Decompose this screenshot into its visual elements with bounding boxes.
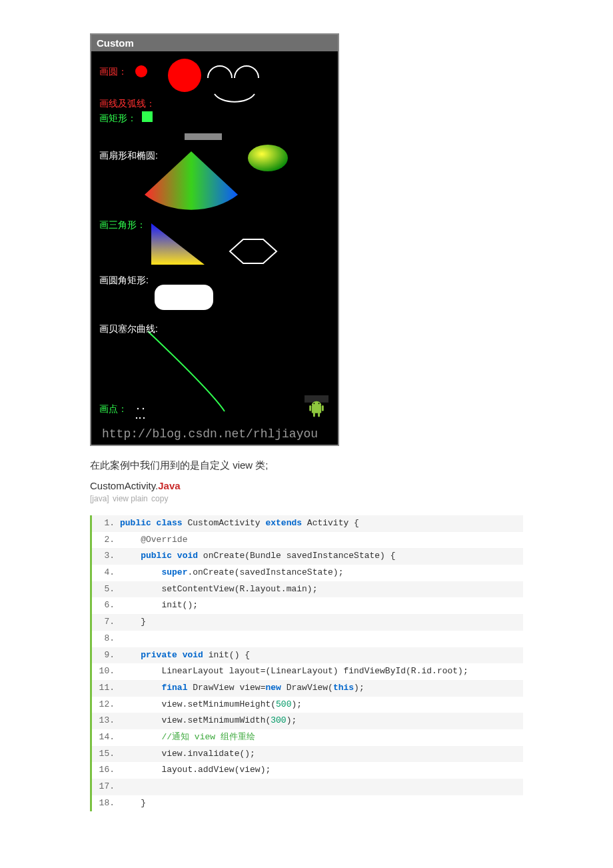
svg-point-19 — [314, 403, 315, 404]
svg-point-9 — [143, 408, 144, 409]
code-content: //通知 view 组件重绘 — [120, 729, 523, 746]
code-line: 4. super.onCreate(savedInstanceState); — [92, 565, 523, 581]
line-number: 3. — [92, 548, 120, 565]
svg-point-10 — [136, 417, 137, 419]
code-content — [120, 779, 523, 795]
code-line: 7. } — [92, 614, 523, 631]
code-line: 15. view.invalidate(); — [92, 746, 523, 763]
code-line: 3. public void onCreate(Bundle savedInst… — [92, 548, 523, 565]
label-line-arc: 画线及弧线： — [99, 98, 155, 110]
label-circle: 画圆： — [99, 66, 127, 78]
svg-point-0 — [135, 65, 147, 77]
code-content: view.setMinimumWidth(300); — [120, 713, 523, 729]
svg-point-8 — [137, 408, 139, 409]
code-content: } — [120, 614, 523, 631]
line-number: 7. — [92, 614, 120, 631]
code-line: 8. — [92, 631, 523, 647]
canvas-area: 画圆： 画线及弧线： 画矩形： 画扇形和椭圆: 画三角形： 画圆角矩形: 画贝塞… — [91, 51, 338, 445]
code-line: 2. @Override — [92, 532, 523, 549]
drawing-svg — [91, 51, 338, 445]
label-triangle: 画三角形： — [99, 219, 146, 231]
svg-point-4 — [248, 145, 288, 171]
svg-rect-7 — [155, 285, 213, 310]
code-content: @Override — [120, 532, 523, 549]
line-number: 18. — [92, 795, 120, 812]
line-number: 16. — [92, 762, 120, 779]
code-content: setContentView(R.layout.main); — [120, 581, 523, 598]
svg-point-1 — [168, 59, 201, 92]
line-number: 1. — [92, 515, 120, 532]
filename-heading: CustomActivity.Java — [90, 480, 523, 491]
watermark-url: http://blog.csdn.net/rhljiayou — [102, 427, 318, 441]
line-number: 5. — [92, 581, 120, 598]
code-content: final DrawView view=new DrawView(this); — [120, 680, 523, 697]
label-rect: 画矩形： — [99, 113, 137, 125]
svg-point-11 — [139, 417, 141, 419]
code-content: public class CustomActivity extends Acti… — [120, 515, 523, 532]
line-number: 9. — [92, 647, 120, 664]
toolbar-lang-tag: [java] — [90, 494, 109, 503]
label-bezier: 画贝塞尔曲线: — [99, 323, 158, 335]
svg-rect-18 — [318, 413, 320, 417]
label-roundrect: 画圆角矩形: — [99, 275, 149, 287]
line-number: 17. — [92, 779, 120, 795]
code-content — [120, 631, 523, 647]
code-line: 16. layout.addView(view); — [92, 762, 523, 779]
line-number: 14. — [92, 729, 120, 746]
svg-marker-6 — [230, 239, 277, 263]
line-number: 15. — [92, 746, 120, 763]
code-content: layout.addView(view); — [120, 762, 523, 779]
line-number: 10. — [92, 663, 120, 680]
window-titlebar: Custom — [91, 35, 338, 51]
code-content: init(); — [120, 597, 523, 614]
code-block: 1.public class CustomActivity extends Ac… — [90, 515, 523, 811]
label-point: 画点： — [99, 403, 127, 415]
line-number: 13. — [92, 713, 120, 729]
line-number: 12. — [92, 697, 120, 713]
line-number: 6. — [92, 597, 120, 614]
code-line: 18. } — [92, 795, 523, 812]
toolbar-view-link[interactable]: view plain — [113, 494, 148, 503]
code-line: 10. LinearLayout layout=(LinearLayout) f… — [92, 663, 523, 680]
svg-rect-17 — [313, 413, 315, 417]
android-icon — [305, 395, 328, 419]
code-content: } — [120, 795, 523, 812]
code-line: 9. private void init() { — [92, 647, 523, 664]
svg-rect-14 — [312, 405, 321, 413]
code-content: public void onCreate(Bundle savedInstanc… — [120, 548, 523, 565]
line-number: 2. — [92, 532, 120, 549]
line-number: 11. — [92, 680, 120, 697]
code-line: 13. view.setMinimumWidth(300); — [92, 713, 523, 729]
code-content: view.invalidate(); — [120, 746, 523, 763]
svg-rect-15 — [309, 405, 311, 411]
code-line: 1.public class CustomActivity extends Ac… — [92, 515, 523, 532]
label-fan-oval: 画扇形和椭圆: — [99, 150, 158, 162]
svg-rect-3 — [185, 133, 222, 140]
description-text: 在此案例中我们用到的是自定义 view 类; — [90, 459, 523, 472]
code-content: view.setMinimumHeight(500); — [120, 697, 523, 713]
line-number: 4. — [92, 565, 120, 581]
filename-lang: Java — [158, 480, 180, 491]
code-line: 6. init(); — [92, 597, 523, 614]
code-line: 12. view.setMinimumHeight(500); — [92, 697, 523, 713]
code-line: 5. setContentView(R.layout.main); — [92, 581, 523, 598]
code-line: 14. //通知 view 组件重绘 — [92, 729, 523, 746]
code-line: 17. — [92, 779, 523, 795]
code-content: super.onCreate(savedInstanceState); — [120, 565, 523, 581]
code-toolbar: [java] view plain copy — [90, 494, 523, 503]
app-screenshot: Custom — [90, 33, 339, 446]
svg-rect-2 — [142, 111, 153, 122]
code-content: LinearLayout layout=(LinearLayout) findV… — [120, 663, 523, 680]
toolbar-copy-link[interactable]: copy — [151, 494, 168, 503]
line-number: 8. — [92, 631, 120, 647]
filename-prefix: CustomActivity. — [90, 480, 158, 491]
svg-marker-5 — [151, 223, 205, 265]
svg-rect-16 — [322, 405, 324, 411]
code-line: 11. final DrawView view=new DrawView(thi… — [92, 680, 523, 697]
code-content: private void init() { — [120, 647, 523, 664]
svg-point-12 — [143, 417, 145, 419]
svg-point-20 — [318, 403, 320, 404]
